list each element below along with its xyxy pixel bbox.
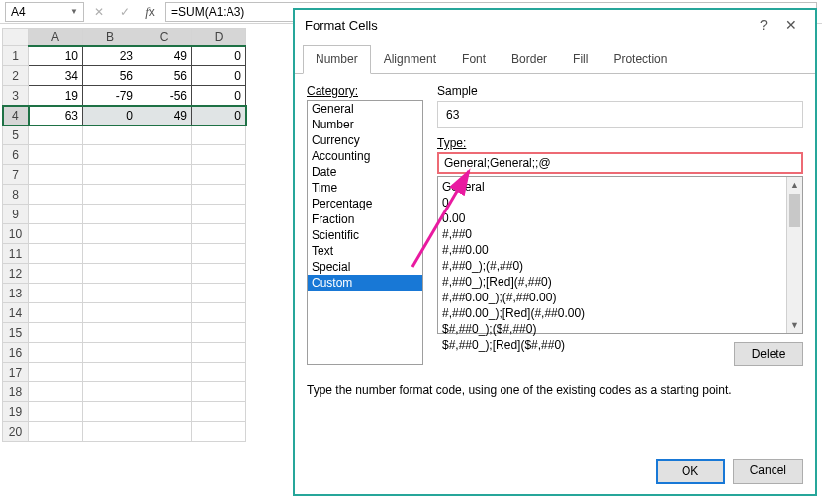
list-item[interactable]: Date — [308, 164, 422, 180]
cell[interactable]: 0 — [192, 46, 246, 66]
cell[interactable] — [137, 323, 192, 343]
list-item[interactable]: Text — [308, 243, 422, 259]
cell[interactable] — [192, 244, 246, 264]
dialog-titlebar[interactable]: Format Cells ? ✕ — [295, 10, 815, 40]
list-item[interactable]: Percentage — [308, 196, 422, 211]
row-header[interactable]: 13 — [3, 284, 29, 303]
grid[interactable]: A B C D 11023490 23456560 319-79-560 463… — [2, 28, 246, 442]
row-header[interactable]: 18 — [3, 382, 29, 402]
cell[interactable] — [137, 382, 192, 402]
cancel-formula-icon[interactable]: ✕ — [88, 2, 110, 22]
row-header[interactable]: 20 — [3, 422, 29, 442]
cell[interactable] — [192, 422, 246, 442]
list-item[interactable]: 0.00 — [442, 210, 798, 226]
cell[interactable] — [137, 284, 192, 303]
cell[interactable]: 10 — [29, 46, 83, 66]
cell[interactable] — [137, 422, 192, 442]
cell[interactable] — [29, 145, 83, 165]
cell[interactable] — [83, 145, 137, 165]
cell[interactable] — [83, 264, 137, 284]
cell[interactable]: 19 — [29, 86, 83, 106]
cell[interactable] — [192, 145, 246, 165]
cell[interactable] — [29, 382, 83, 402]
list-item[interactable]: $#,##0_);($#,##0) — [442, 321, 798, 337]
list-item[interactable]: General — [308, 101, 422, 117]
cell[interactable] — [29, 343, 83, 363]
cell[interactable] — [29, 185, 83, 205]
cell[interactable] — [29, 205, 83, 224]
cell[interactable] — [29, 323, 83, 343]
format-list[interactable]: General 0 0.00 #,##0 #,##0.00 #,##0_);(#… — [437, 176, 803, 334]
tab-font[interactable]: Font — [449, 45, 499, 73]
scroll-thumb[interactable] — [789, 194, 800, 227]
list-item[interactable]: #,##0.00_);(#,##0.00) — [442, 290, 798, 305]
cell[interactable] — [192, 205, 246, 224]
cell[interactable] — [83, 323, 137, 343]
col-header[interactable]: B — [83, 29, 137, 46]
cell[interactable] — [29, 303, 83, 323]
cell[interactable] — [192, 402, 246, 422]
cell[interactable]: 0 — [192, 106, 246, 126]
ok-button[interactable]: OK — [656, 459, 725, 484]
list-item[interactable]: #,##0.00_);[Red](#,##0.00) — [442, 305, 798, 321]
cell[interactable] — [192, 284, 246, 303]
cell[interactable] — [83, 363, 137, 382]
help-icon[interactable]: ? — [750, 17, 777, 33]
row-header[interactable]: 10 — [3, 224, 29, 244]
cell[interactable] — [137, 363, 192, 382]
cell[interactable] — [192, 323, 246, 343]
cell[interactable] — [29, 264, 83, 284]
cell[interactable]: 56 — [83, 66, 137, 86]
cell[interactable] — [137, 165, 192, 185]
col-header[interactable]: D — [192, 29, 246, 46]
list-item[interactable]: 0 — [442, 195, 798, 210]
row-header[interactable]: 11 — [3, 244, 29, 264]
row-header[interactable]: 17 — [3, 363, 29, 382]
cell[interactable] — [137, 224, 192, 244]
cell[interactable]: 0 — [192, 66, 246, 86]
list-item[interactable]: Accounting — [308, 148, 422, 164]
row-header[interactable]: 5 — [3, 126, 29, 145]
row-header[interactable]: 3 — [3, 86, 29, 106]
cell[interactable] — [29, 126, 83, 145]
type-input[interactable] — [437, 152, 803, 174]
cell[interactable] — [29, 224, 83, 244]
row-header[interactable]: 16 — [3, 343, 29, 363]
row-header[interactable]: 9 — [3, 205, 29, 224]
cell[interactable] — [83, 284, 137, 303]
tab-protection[interactable]: Protection — [600, 45, 680, 73]
chevron-down-icon[interactable]: ▼ — [70, 7, 78, 16]
tab-number[interactable]: Number — [303, 45, 371, 74]
cell[interactable] — [83, 224, 137, 244]
cell[interactable] — [29, 165, 83, 185]
cell[interactable] — [83, 205, 137, 224]
tab-fill[interactable]: Fill — [560, 45, 600, 73]
tab-alignment[interactable]: Alignment — [371, 45, 449, 73]
scroll-down-icon[interactable]: ▼ — [787, 317, 802, 333]
row-header[interactable]: 6 — [3, 145, 29, 165]
list-item[interactable]: Number — [308, 117, 422, 132]
col-header[interactable]: A — [29, 29, 83, 46]
list-item[interactable]: General — [442, 179, 798, 195]
cell[interactable] — [192, 224, 246, 244]
close-icon[interactable]: ✕ — [777, 17, 805, 33]
cell[interactable] — [29, 363, 83, 382]
cell[interactable]: 0 — [192, 86, 246, 106]
cell[interactable] — [83, 165, 137, 185]
cell[interactable] — [29, 402, 83, 422]
cell[interactable] — [137, 343, 192, 363]
row-header[interactable]: 1 — [3, 46, 29, 66]
cell[interactable] — [137, 264, 192, 284]
cell[interactable] — [83, 343, 137, 363]
list-item[interactable]: #,##0 — [442, 226, 798, 242]
cell[interactable] — [29, 284, 83, 303]
cell[interactable] — [192, 185, 246, 205]
col-header[interactable]: C — [137, 29, 192, 46]
type-field[interactable] — [444, 156, 796, 170]
cell[interactable]: 0 — [83, 106, 137, 126]
list-item[interactable]: Scientific — [308, 227, 422, 243]
accept-formula-icon[interactable]: ✓ — [114, 2, 136, 22]
list-item[interactable]: Special — [308, 259, 422, 275]
cell[interactable] — [83, 402, 137, 422]
cell[interactable]: 34 — [29, 66, 83, 86]
